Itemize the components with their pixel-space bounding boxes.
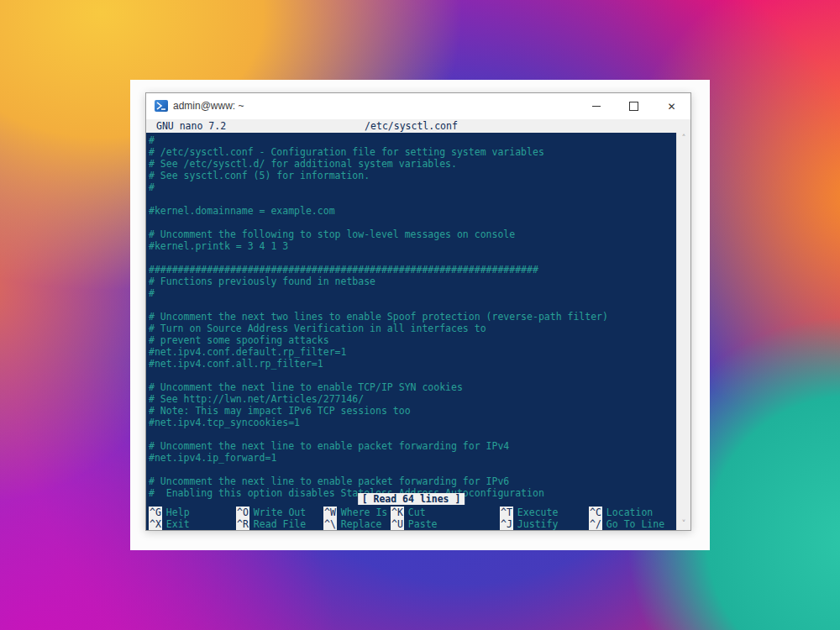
screenshot-frame: admin@www: ~ ✕ /etc/sysctl.conf GNU nano… — [130, 80, 710, 550]
shortcut-label[interactable]: Replace — [341, 518, 381, 530]
shortcut-help[interactable]: ^GHelp — [149, 507, 190, 518]
nano-version: GNU nano 7.2 — [156, 120, 226, 132]
scroll-up-icon[interactable]: ˄ — [677, 134, 690, 144]
editor-buffer[interactable]: # # /etc/sysctl.conf - Configuration fil… — [146, 133, 676, 530]
shortcut-key[interactable]: ^/ — [589, 518, 602, 530]
shortcut-location[interactable]: ^CLocation — [589, 507, 653, 518]
window-controls: ✕ — [577, 93, 690, 119]
powershell-icon — [155, 100, 168, 112]
shortcut-label[interactable]: Cut — [408, 507, 426, 518]
shortcut-label[interactable]: Write Out — [254, 507, 306, 518]
shortcut-label[interactable]: Paste — [408, 518, 438, 530]
shortcut-key[interactable]: ^R — [236, 518, 249, 530]
shortcut-key[interactable]: ^C — [589, 507, 602, 518]
shortcut-key[interactable]: ^O — [236, 507, 249, 518]
shortcut-key[interactable]: ^\ — [323, 518, 337, 530]
shortcut-label[interactable]: Exit — [166, 518, 190, 530]
shortcut-key[interactable]: ^K — [391, 507, 404, 518]
shortcut-label[interactable]: Help — [166, 507, 190, 518]
nano-shortcut-bar: ^GHelp ^OWrite Out ^WWhere Is ^KCut ^TEx… — [146, 507, 676, 530]
shortcut-key[interactable]: ^J — [500, 518, 513, 530]
maximize-icon — [629, 102, 638, 111]
close-icon: ✕ — [667, 102, 675, 112]
shortcut-label[interactable]: Read File — [254, 518, 306, 530]
minimize-icon — [592, 106, 601, 107]
window-titlebar[interactable]: admin@www: ~ ✕ — [146, 93, 690, 119]
terminal-content[interactable]: /etc/sysctl.conf GNU nano 7.2 # # /etc/s… — [146, 119, 690, 530]
scroll-down-icon[interactable]: ˅ — [677, 519, 690, 529]
close-button[interactable]: ✕ — [653, 93, 690, 119]
shortcut-write-out[interactable]: ^OWrite Out — [236, 507, 306, 518]
shortcut-cut[interactable]: ^KCut — [391, 507, 426, 518]
maximize-button[interactable] — [615, 93, 653, 119]
terminal-window: admin@www: ~ ✕ /etc/sysctl.conf GNU nano… — [145, 92, 691, 531]
shortcut-label[interactable]: Where Is — [341, 507, 387, 518]
shortcut-replace[interactable]: ^\Replace — [323, 518, 381, 530]
shortcut-label[interactable]: Justify — [517, 518, 558, 530]
shortcut-key[interactable]: ^G — [149, 507, 162, 518]
shortcut-key[interactable]: ^T — [500, 507, 513, 518]
nano-titlebar: /etc/sysctl.conf GNU nano 7.2 — [146, 119, 690, 133]
minimize-button[interactable] — [577, 93, 615, 119]
shortcut-key[interactable]: ^U — [391, 518, 404, 530]
nano-statusbar: [ Read 64 lines ] — [358, 493, 465, 505]
shortcut-read-file[interactable]: ^RRead File — [236, 518, 306, 530]
shortcut-label[interactable]: Go To Line — [606, 518, 664, 530]
shortcut-execute[interactable]: ^TExecute — [500, 507, 558, 518]
scrollbar[interactable]: ˄ ˅ — [676, 133, 690, 530]
shortcut-label[interactable]: Execute — [517, 507, 558, 518]
shortcut-paste[interactable]: ^UPaste — [391, 518, 437, 530]
shortcut-key[interactable]: ^W — [323, 507, 337, 518]
shortcut-go-to-line[interactable]: ^/Go To Line — [589, 518, 664, 530]
shortcut-exit[interactable]: ^XExit — [149, 518, 190, 530]
shortcut-label[interactable]: Location — [606, 507, 653, 518]
shortcut-where-is[interactable]: ^WWhere Is — [323, 507, 387, 518]
window-title: admin@www: ~ — [173, 100, 244, 112]
shortcut-justify[interactable]: ^JJustify — [500, 518, 558, 530]
shortcut-key[interactable]: ^X — [149, 518, 162, 530]
